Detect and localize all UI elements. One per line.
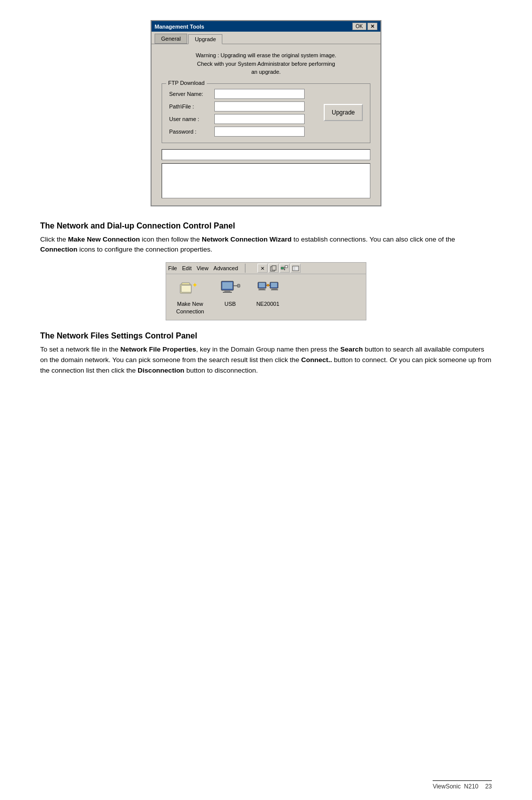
dialog-input-bar[interactable] — [162, 149, 370, 160]
toolbar-icon-x[interactable]: ✕ — [257, 264, 268, 273]
svg-rect-21 — [259, 283, 265, 287]
section2-para-start: To set a network file in the — [40, 346, 120, 353]
close-button[interactable]: ✕ — [367, 23, 377, 30]
svg-rect-2 — [281, 267, 284, 269]
dialog-body: Warning : Upgrading will erase the origi… — [152, 44, 380, 205]
toolbar-icon-network[interactable] — [280, 264, 290, 273]
ftp-group: FTP Download Server Name: Path\File : — [162, 83, 370, 143]
ftp-row-path: Path\File : — [169, 101, 312, 111]
svg-rect-22 — [259, 288, 264, 289]
svg-rect-17 — [223, 292, 232, 293]
svg-rect-1 — [272, 266, 276, 270]
ne20001-icon — [257, 279, 279, 298]
warning-line3: an upgrade. — [162, 68, 370, 76]
toolbar-icon-copy[interactable] — [269, 264, 279, 273]
section1-bold2: Network Connection Wizard — [202, 236, 292, 243]
svg-rect-29 — [271, 289, 278, 290]
footer-model: N210 — [464, 783, 479, 790]
section2-end: button to disconnection. — [184, 367, 257, 374]
footer-brand: ViewSonic — [433, 783, 461, 790]
toolbar-icon-list[interactable] — [291, 264, 301, 273]
tab-general[interactable]: General — [155, 34, 187, 44]
section1-end: icons to configure the connection proper… — [77, 246, 212, 253]
menu-separator — [245, 264, 245, 273]
icon-ne20001[interactable]: NE20001 — [256, 279, 280, 307]
svg-rect-3 — [285, 266, 288, 268]
section1-heading: The Network and Dial-up Connection Contr… — [40, 221, 492, 231]
icon-usb[interactable]: USB — [219, 279, 241, 307]
menu-advanced[interactable]: Advanced — [213, 265, 238, 271]
section1-mid1: icon then follow the — [140, 236, 202, 243]
icon-make-new-connection-label: Make NewConnection — [176, 300, 204, 315]
label-path: Path\File : — [169, 101, 214, 111]
connection-panel: File Edit View Advanced ✕ — [166, 262, 366, 320]
section1-bold3: Connection — [40, 246, 77, 253]
svg-rect-15 — [222, 282, 232, 289]
dialog-tabs: General Upgrade — [152, 32, 380, 44]
icon-make-new-connection[interactable]: ✦ Make NewConnection — [176, 279, 204, 315]
toolbar-icons: ✕ — [257, 264, 301, 273]
section2-heading: The Network Files Settings Control Panel — [40, 331, 492, 340]
connection-icons-row: ✦ Make NewConnection — [166, 274, 366, 320]
ftp-legend: FTP Download — [166, 80, 207, 86]
svg-rect-16 — [224, 290, 230, 292]
dialog-title: Management Tools — [155, 24, 204, 30]
management-tools-dialog: Management Tools OK ✕ General Upgrade Wa… — [151, 20, 381, 206]
input-password[interactable] — [214, 127, 305, 137]
svg-point-25 — [267, 284, 269, 286]
input-path[interactable] — [214, 101, 305, 111]
dialog-text-area-row — [162, 149, 370, 198]
input-server[interactable] — [214, 89, 305, 99]
svg-rect-27 — [271, 283, 277, 287]
warning-text: Warning : Upgrading will erase the origi… — [162, 51, 370, 76]
ftp-fields-area: Server Name: Path\File : User name : — [169, 89, 312, 137]
section2-bold4: Disconnection — [138, 367, 184, 374]
usb-icon — [219, 279, 241, 298]
menu-view[interactable]: View — [197, 265, 209, 271]
warning-line1: Warning : Upgrading will erase the origi… — [162, 51, 370, 60]
section2-body: To set a network file in the Network Fil… — [40, 345, 492, 376]
icon-usb-label: USB — [224, 300, 236, 307]
section2-bold2: Search — [340, 346, 363, 353]
dialog-titlebar: Management Tools OK ✕ — [152, 21, 380, 32]
dialog-wrapper: Management Tools OK ✕ General Upgrade Wa… — [40, 20, 492, 206]
svg-rect-19 — [237, 284, 240, 287]
svg-rect-28 — [272, 288, 277, 289]
input-user[interactable] — [214, 114, 305, 124]
svg-rect-23 — [258, 289, 265, 290]
page-footer: ViewSonic N210 23 — [433, 780, 492, 790]
menu-file[interactable]: File — [168, 265, 177, 271]
section1-body: Click the Make New Connection icon then … — [40, 235, 492, 256]
upgrade-button[interactable]: Upgrade — [324, 104, 363, 121]
svg-text:✦: ✦ — [192, 282, 197, 289]
section1-bold1: Make New Connection — [68, 236, 140, 243]
dialog-output-area — [162, 163, 370, 198]
section1-mid2: to establish connections. You can also c… — [292, 236, 455, 243]
svg-rect-12 — [181, 285, 191, 292]
warning-line2: Check with your System Administrator bef… — [162, 60, 370, 68]
label-password: Password : — [169, 127, 214, 137]
icon-ne20001-label: NE20001 — [256, 300, 280, 307]
label-user: User name : — [169, 114, 214, 124]
footer-divider — [433, 780, 492, 781]
svg-rect-11 — [182, 283, 190, 285]
section2-bold3: Connect.. — [301, 356, 332, 364]
footer-page: 23 — [485, 783, 492, 790]
connection-menubar: File Edit View Advanced ✕ — [166, 263, 366, 274]
ftp-row-server: Server Name: — [169, 89, 312, 99]
svg-point-5 — [284, 269, 285, 270]
section2-mid1: , key in the Domain Group name then pres… — [196, 346, 340, 353]
label-server: Server Name: — [169, 89, 214, 99]
ftp-row-password: Password : — [169, 127, 312, 137]
svg-rect-6 — [293, 266, 299, 271]
upgrade-btn-wrapper: Upgrade — [319, 104, 363, 121]
menu-edit[interactable]: Edit — [182, 265, 192, 271]
section2-bold1: Network File Properties — [120, 346, 196, 353]
titlebar-buttons: OK ✕ — [352, 23, 377, 30]
ok-button[interactable]: OK — [352, 23, 366, 30]
page-content: Management Tools OK ✕ General Upgrade Wa… — [0, 0, 532, 413]
ftp-row-user: User name : — [169, 114, 312, 124]
ftp-upgrade-wrapper: Server Name: Path\File : User name : — [169, 89, 363, 137]
tab-upgrade[interactable]: Upgrade — [188, 34, 222, 44]
section1-para-start: Click the — [40, 236, 68, 243]
